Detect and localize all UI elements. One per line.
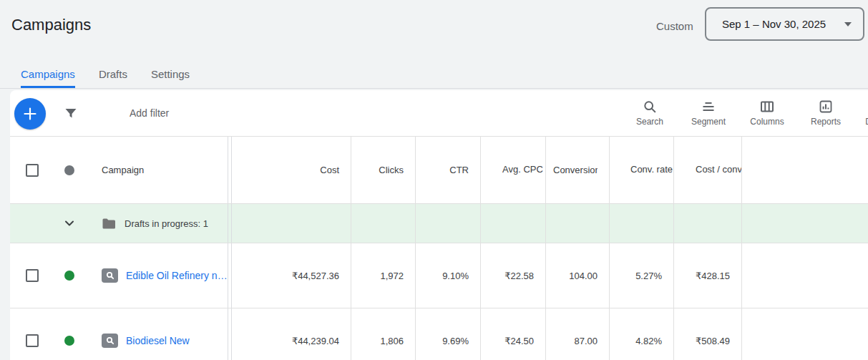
avg-cpc-cell: ₹24.50 [480,308,545,360]
search-campaign-type-icon [102,268,118,283]
columns-button[interactable]: Columns [738,90,796,136]
group-row-label: Drafts in progress: 1 [125,218,208,229]
filter-icon [64,90,78,136]
date-range-value: Sep 1 – Nov 30, 2025 [722,18,826,30]
chevron-down-icon [844,22,852,26]
search-button[interactable]: Search [620,90,679,136]
conversions-cell: 104.00 [545,243,609,308]
toolbar-actions: Search Segment Columns [620,90,868,136]
ctr-cell: 9.69% [415,308,480,360]
column-header-conversions[interactable]: Conversions [545,137,609,203]
search-label: Search [636,117,663,127]
row-checkbox[interactable] [26,269,39,282]
select-all-checkbox[interactable] [26,164,39,177]
header-checkbox-cell [10,137,54,203]
segment-button[interactable]: Segment [679,90,738,136]
search-icon [643,99,657,114]
conv-rate-cell: 5.27% [609,243,673,308]
campaigns-panel: Add filter Search Segment [10,90,868,360]
cost-cell: ₹44,527.36 [232,243,351,308]
download-label-truncated: Reports [811,117,841,127]
segment-icon [701,99,716,114]
column-header-conv-rate[interactable]: Conv. rate [609,137,673,203]
campaign-link[interactable]: Biodiesel New [126,335,190,346]
date-range-picker[interactable]: Sep 1 – Nov 30, 2025 [705,7,864,41]
clicks-cell: 1,806 [351,308,415,360]
status-dot-header [64,165,74,175]
add-filter-button[interactable]: Add filter [130,90,169,136]
conversions-cell: 87.00 [545,308,609,360]
cost-per-conv-cell: ₹508.49 [673,308,741,360]
tab-settings[interactable]: Settings [151,60,190,88]
column-header-avg-cpc[interactable]: Avg. CPC [480,137,545,203]
column-header-cost-per-conv[interactable]: Cost / conv. [673,137,741,203]
column-header-clicks[interactable]: Clicks [351,137,415,203]
add-campaign-button[interactable] [14,98,46,130]
drafts-group-row: Drafts in progress: 1 [10,204,868,243]
date-preset-label: Custom [656,20,693,32]
row-checkbox[interactable] [26,334,39,347]
chevron-down-icon [62,216,77,230]
header-status-cell [54,137,84,203]
columns-icon [760,99,774,114]
page-title: Campaigns [11,16,91,34]
column-header-cost[interactable]: Cost [232,137,351,203]
download-button[interactable]: Download [855,90,868,136]
tab-campaigns[interactable]: Campaigns [21,60,75,88]
cost-cell: ₹44,239.04 [232,308,351,360]
collapse-group-button[interactable] [54,204,84,243]
ctr-cell: 9.10% [415,243,480,308]
columns-label: Columns [750,117,784,127]
status-dot-enabled[interactable] [64,336,74,346]
search-campaign-type-icon [102,334,118,348]
group-checkbox-cell [10,204,54,243]
campaign-link[interactable]: Edible Oil Refinery new [126,270,228,281]
cost-per-conv-cell: ₹428.15 [673,243,741,308]
table-toolbar: Add filter Search Segment [10,90,868,137]
column-header-campaign[interactable]: Campaign [84,137,228,203]
column-header-ctr[interactable]: CTR [415,137,480,203]
table-row: Edible Oil Refinery new ₹44,527.36 1,972… [10,243,868,308]
tab-drafts[interactable]: Drafts [99,60,127,88]
reports-button[interactable]: Reports [796,90,855,136]
group-row-content: Drafts in progress: 1 [84,204,228,243]
conv-rate-cell: 4.82% [609,308,673,360]
segment-label: Segment [691,117,726,127]
header-extra-cell [741,137,868,203]
clicks-cell: 1,972 [351,243,415,308]
status-dot-enabled[interactable] [64,271,74,281]
table-row: Biodiesel New ₹44,239.04 1,806 9.69% ₹24… [10,308,868,360]
tab-bar: Campaigns Drafts Settings [0,60,868,89]
table-header-row: Campaign Cost Clicks CTR Avg. CPC Conver… [10,137,868,204]
reports-icon [819,99,833,114]
plus-icon [22,106,38,122]
avg-cpc-cell: ₹22.58 [480,243,545,308]
folder-icon [102,218,116,230]
